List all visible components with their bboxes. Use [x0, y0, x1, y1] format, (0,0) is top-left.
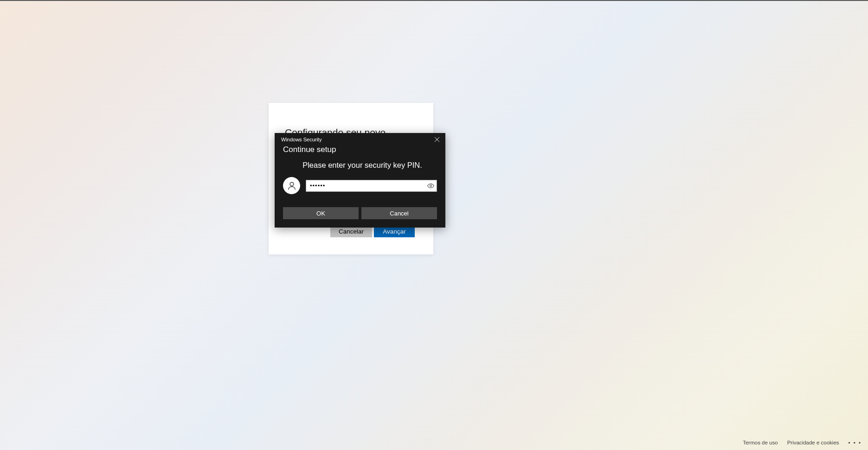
pin-input-wrapper — [306, 180, 437, 192]
ok-button[interactable]: OK — [283, 207, 359, 219]
close-button[interactable] — [429, 133, 445, 146]
windows-security-dialog: Windows Security Continue setup Please e… — [275, 133, 445, 228]
cancel-dialog-button[interactable]: Cancel — [361, 207, 437, 219]
dialog-instruction: Please enter your security key PIN. — [283, 161, 437, 170]
reveal-password-button[interactable] — [427, 182, 434, 189]
dialog-titlebar: Windows Security — [275, 133, 445, 146]
svg-point-2 — [290, 182, 294, 186]
more-options[interactable]: • • • — [849, 440, 862, 445]
svg-point-3 — [430, 185, 432, 187]
pin-input[interactable] — [306, 180, 437, 192]
terms-link[interactable]: Termos de uso — [743, 440, 778, 445]
user-avatar-circle — [283, 177, 300, 194]
close-icon — [435, 137, 439, 142]
footer-links: Termos de uso Privacidade e cookies • • … — [743, 440, 862, 445]
eye-icon — [427, 182, 434, 189]
privacy-link[interactable]: Privacidade e cookies — [787, 440, 839, 445]
pin-entry-row — [283, 177, 437, 194]
user-icon — [287, 181, 297, 191]
dialog-body: Continue setup Please enter your securit… — [275, 145, 445, 227]
dialog-window-title: Windows Security — [281, 137, 321, 142]
dialog-button-row: OK Cancel — [283, 207, 437, 219]
dialog-heading: Continue setup — [283, 145, 437, 154]
